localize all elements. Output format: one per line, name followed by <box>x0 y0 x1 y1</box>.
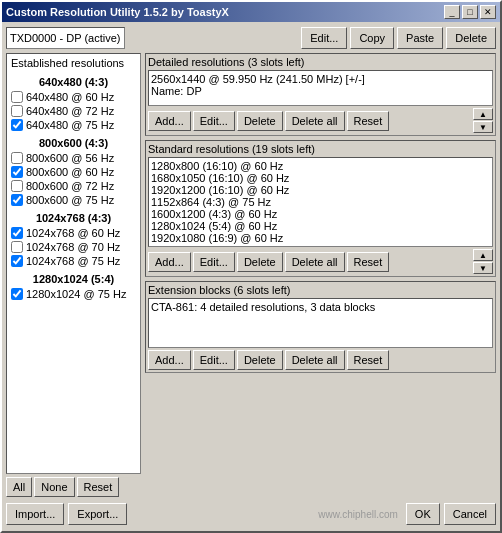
display-dropdown[interactable]: TXD0000 - DP (active) <box>6 27 125 49</box>
extension-buttons-row: Add... Edit... Delete Delete all Reset <box>148 350 493 370</box>
standard-edit-button[interactable]: Edit... <box>193 252 235 272</box>
detailed-buttons-row: Add... Edit... Delete Delete all Reset ▲… <box>148 108 493 133</box>
checkbox-label: 800x600 @ 72 Hz <box>26 180 114 192</box>
minimize-button[interactable]: _ <box>444 5 460 19</box>
list-item: 1024x768 @ 60 Hz <box>9 227 138 239</box>
checkbox-label: 800x600 @ 60 Hz <box>26 166 114 178</box>
checkbox-label: 1024x768 @ 75 Hz <box>26 255 120 267</box>
detailed-resolutions-text: 2560x1440 @ 59.950 Hz (241.50 MHz) [+/-]… <box>148 70 493 106</box>
extension-blocks-header: Extension blocks (6 slots left) <box>148 284 493 296</box>
all-button[interactable]: All <box>6 477 32 497</box>
window-body: TXD0000 - DP (active) Edit... Copy Paste… <box>2 22 500 531</box>
standard-buttons-row: Add... Edit... Delete Delete all Reset ▲… <box>148 249 493 274</box>
maximize-button[interactable]: □ <box>462 5 478 19</box>
standard-down-button[interactable]: ▼ <box>473 262 493 274</box>
cancel-button[interactable]: Cancel <box>444 503 496 525</box>
standard-resolution-line: 1920x1080 (16:9) @ 60 Hz <box>151 232 490 244</box>
standard-resolution-line: 1280x1024 (5:4) @ 60 Hz <box>151 220 490 232</box>
checkbox-800x600-72hz[interactable] <box>11 180 23 192</box>
detailed-reset-button[interactable]: Reset <box>347 111 390 131</box>
checkbox-1024x768-75hz[interactable] <box>11 255 23 267</box>
list-item: 800x600 @ 75 Hz <box>9 194 138 206</box>
detailed-delete-all-button[interactable]: Delete all <box>285 111 345 131</box>
checkbox-640x480-75hz[interactable] <box>11 119 23 131</box>
list-item: 640x480 @ 72 Hz <box>9 105 138 117</box>
group-1280x1024-label: 1280x1024 (5:4) <box>9 273 138 285</box>
checkbox-800x600-56hz[interactable] <box>11 152 23 164</box>
delete-button[interactable]: Delete <box>446 27 496 49</box>
checkbox-640x480-72hz[interactable] <box>11 105 23 117</box>
extension-edit-button[interactable]: Edit... <box>193 350 235 370</box>
standard-resolution-line: 1680x1050 (16:10) @ 60 Hz <box>151 172 490 184</box>
detailed-add-button[interactable]: Add... <box>148 111 191 131</box>
list-item: 800x600 @ 72 Hz <box>9 180 138 192</box>
reset-button[interactable]: Reset <box>77 477 120 497</box>
list-item: 1024x768 @ 70 Hz <box>9 241 138 253</box>
close-button[interactable]: ✕ <box>480 5 496 19</box>
standard-resolutions-header: Standard resolutions (19 slots left) <box>148 143 493 155</box>
standard-delete-button[interactable]: Delete <box>237 252 283 272</box>
list-item: 1024x768 @ 75 Hz <box>9 255 138 267</box>
main-content: Established resolutions 640x480 (4:3) 64… <box>6 53 496 498</box>
checkbox-640x480-60hz[interactable] <box>11 91 23 103</box>
detailed-edit-button[interactable]: Edit... <box>193 111 235 131</box>
list-item: 800x600 @ 56 Hz <box>9 152 138 164</box>
checkbox-label: 800x600 @ 75 Hz <box>26 194 114 206</box>
list-item: 800x600 @ 60 Hz <box>9 166 138 178</box>
detailed-delete-button[interactable]: Delete <box>237 111 283 131</box>
edit-button[interactable]: Edit... <box>301 27 347 49</box>
left-panel: Established resolutions 640x480 (4:3) 64… <box>6 53 141 474</box>
extension-delete-button[interactable]: Delete <box>237 350 283 370</box>
group-800x600-label: 800x600 (4:3) <box>9 137 138 149</box>
checkbox-1024x768-60hz[interactable] <box>11 227 23 239</box>
extension-reset-button[interactable]: Reset <box>347 350 390 370</box>
copy-button[interactable]: Copy <box>350 27 394 49</box>
checkbox-800x600-75hz[interactable] <box>11 194 23 206</box>
detailed-resolutions-box: Detailed resolutions (3 slots left) 2560… <box>145 53 496 136</box>
checkbox-label: 1024x768 @ 60 Hz <box>26 227 120 239</box>
checkbox-label: 800x600 @ 56 Hz <box>26 152 114 164</box>
ok-button[interactable]: OK <box>406 503 440 525</box>
standard-reset-button[interactable]: Reset <box>347 252 390 272</box>
checkbox-label: 1024x768 @ 70 Hz <box>26 241 120 253</box>
extension-content: CTA-861: 4 detailed resolutions, 3 data … <box>151 301 490 313</box>
standard-delete-all-button[interactable]: Delete all <box>285 252 345 272</box>
checkbox-1280x1024-75hz[interactable] <box>11 288 23 300</box>
standard-resolution-line: 1920x1200 (16:10) @ 60 Hz <box>151 184 490 196</box>
standard-updown: ▲ ▼ <box>473 249 493 274</box>
left-panel-header: Established resolutions <box>9 56 138 70</box>
title-bar: Custom Resolution Utility 1.5.2 by Toast… <box>2 2 500 22</box>
standard-resolutions-box: Standard resolutions (19 slots left) 128… <box>145 140 496 277</box>
paste-button[interactable]: Paste <box>397 27 443 49</box>
main-window: Custom Resolution Utility 1.5.2 by Toast… <box>0 0 502 533</box>
display-dropdown-wrapper: TXD0000 - DP (active) <box>6 27 298 49</box>
checkbox-label: 640x480 @ 75 Hz <box>26 119 114 131</box>
extension-blocks-text: CTA-861: 4 detailed resolutions, 3 data … <box>148 298 493 348</box>
detailed-down-button[interactable]: ▼ <box>473 121 493 133</box>
checkbox-label: 640x480 @ 60 Hz <box>26 91 114 103</box>
detailed-resolutions-header: Detailed resolutions (3 slots left) <box>148 56 493 68</box>
bottom-bar: Import... Export... www.chiphell.com OK … <box>6 501 496 527</box>
extension-blocks-box: Extension blocks (6 slots left) CTA-861:… <box>145 281 496 373</box>
list-item: 640x480 @ 75 Hz <box>9 119 138 131</box>
group-1024x768-label: 1024x768 (4:3) <box>9 212 138 224</box>
extension-delete-all-button[interactable]: Delete all <box>285 350 345 370</box>
standard-resolution-line: 1152x864 (4:3) @ 75 Hz <box>151 196 490 208</box>
title-bar-text: Custom Resolution Utility 1.5.2 by Toast… <box>6 6 229 18</box>
export-button[interactable]: Export... <box>68 503 127 525</box>
checkbox-800x600-60hz[interactable] <box>11 166 23 178</box>
detailed-up-button[interactable]: ▲ <box>473 108 493 120</box>
left-panel-bottom: All None Reset <box>6 476 141 498</box>
list-item: 1280x1024 @ 75 Hz <box>9 288 138 300</box>
detailed-line2: Name: DP <box>151 85 490 97</box>
title-bar-buttons: _ □ ✕ <box>444 5 496 19</box>
none-button[interactable]: None <box>34 477 74 497</box>
standard-resolution-line: 1280x800 (16:10) @ 60 Hz <box>151 160 490 172</box>
extension-add-button[interactable]: Add... <box>148 350 191 370</box>
checkbox-1024x768-70hz[interactable] <box>11 241 23 253</box>
standard-up-button[interactable]: ▲ <box>473 249 493 261</box>
toolbar: TXD0000 - DP (active) Edit... Copy Paste… <box>6 26 496 50</box>
import-button[interactable]: Import... <box>6 503 64 525</box>
list-item: 640x480 @ 60 Hz <box>9 91 138 103</box>
standard-add-button[interactable]: Add... <box>148 252 191 272</box>
